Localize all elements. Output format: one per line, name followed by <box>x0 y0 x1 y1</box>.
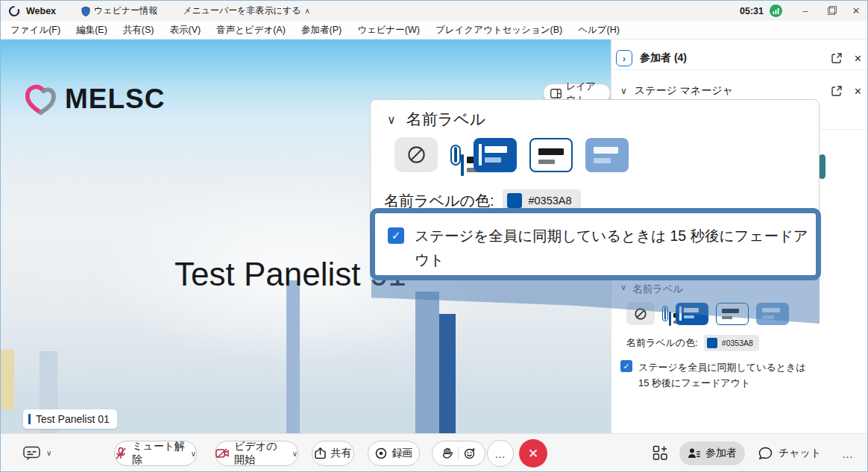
speaking-indicator <box>819 154 825 179</box>
menu-help[interactable]: ヘルプ(H) <box>578 24 620 37</box>
menu-audio-video[interactable]: 音声とビデオ(A) <box>216 24 286 37</box>
melsc-heart-icon <box>23 83 57 116</box>
divider <box>458 447 459 460</box>
melsc-logo-text: MELSC <box>65 84 166 115</box>
label-color-caption: 名前ラベルの色: <box>626 336 698 350</box>
connection-quality-icon[interactable] <box>770 4 782 17</box>
menu-file[interactable]: ファイル(F) <box>10 24 60 37</box>
shield-icon <box>81 6 90 16</box>
minimize-button[interactable]: – <box>793 1 818 21</box>
participants-panel-title: 参加者 (4) <box>640 51 687 65</box>
more-icon: … <box>494 447 506 460</box>
toolbar-overflow-button[interactable]: … <box>842 447 854 460</box>
label-style-selected-button[interactable] <box>450 145 461 166</box>
menu-bar: ファイル(F) 編集(E) 共有(S) 表示(V) 音声とビデオ(A) 参加者(… <box>1 21 868 40</box>
participants-panel-header: › 参加者 (4) ✕ <box>611 44 868 72</box>
menu-breakout[interactable]: ブレイクアウトセッション(B) <box>435 24 562 37</box>
popout-icon[interactable] <box>831 86 842 96</box>
color-value: #0353A8 <box>722 339 753 347</box>
reaction-smiley-icon <box>464 447 476 459</box>
share-button[interactable]: 共有 <box>312 441 354 466</box>
chevron-right-icon[interactable]: › <box>616 50 632 66</box>
color-swatch <box>507 193 522 208</box>
leave-meeting-button[interactable]: ✕ <box>519 439 547 468</box>
captions-button[interactable]: ∨ <box>23 446 51 460</box>
city-tower <box>415 292 439 433</box>
layout-icon <box>550 89 562 98</box>
color-swatch <box>707 338 717 348</box>
checkbox-checked-icon[interactable]: ✓ <box>620 360 632 372</box>
record-icon <box>375 447 387 459</box>
speaker-name-tag: Test Panelist 01 <box>23 409 117 429</box>
label-style-translucent-button[interactable] <box>585 138 629 172</box>
camera-off-icon <box>216 448 229 459</box>
label-style-light-leftbar <box>454 147 457 163</box>
prohibition-icon <box>406 145 427 165</box>
label-color-picker[interactable]: #0353A8 <box>704 335 759 351</box>
meeting-timer: 05:31 <box>740 6 764 16</box>
popout-icon[interactable] <box>831 53 842 63</box>
fadeout-option-text: ステージを全員に同期しているときは 15 秒後にフェードアウト <box>415 224 810 271</box>
popup-label-style-options <box>394 137 629 172</box>
color-value: #0353A8 <box>528 195 571 207</box>
chevron-down-icon: ∨ <box>191 450 196 458</box>
restore-button[interactable] <box>818 1 843 21</box>
chevron-up-icon: ∧ <box>304 7 309 15</box>
checkbox-checked-icon[interactable]: ✓ <box>388 227 404 244</box>
menu-view[interactable]: 表示(V) <box>169 24 201 37</box>
chat-panel-button[interactable]: チャット <box>758 447 821 460</box>
city-tower <box>1 350 14 409</box>
melsc-logo: MELSC <box>23 83 166 116</box>
start-video-button[interactable]: ビデオの開始 ∨ <box>215 441 298 466</box>
close-panel-icon[interactable]: ✕ <box>854 86 862 97</box>
webex-logo-icon <box>8 5 20 17</box>
apps-button[interactable] <box>652 445 668 461</box>
webinar-info-button[interactable]: ウェビナー情報 <box>81 4 157 17</box>
menu-edit[interactable]: 編集(E) <box>76 24 107 37</box>
fadeout-highlight-callout: ✓ ステージを全員に同期しているときは 15 秒後にフェードアウト <box>370 208 821 280</box>
close-icon: ✕ <box>528 446 538 462</box>
chevron-down-icon[interactable]: ∨ <box>620 86 627 96</box>
label-style-light-button[interactable] <box>529 138 573 172</box>
city-tower <box>439 314 456 433</box>
unmute-button[interactable]: ミュート解除 ∨ <box>114 441 197 466</box>
raise-hand-icon <box>442 447 453 460</box>
city-tower <box>286 280 300 433</box>
title-bar: Webex ウェビナー情報 メニューバーを非表示にする ∧ 05:31 – ✕ <box>1 1 868 21</box>
close-panel-icon[interactable]: ✕ <box>854 53 862 64</box>
chevron-down-icon: ∨ <box>46 449 51 457</box>
panel-divider <box>611 69 868 70</box>
close-button[interactable]: ✕ <box>843 1 868 21</box>
fadeout-option-row[interactable]: ✓ ステージを全員に同期しているときは 15 秒後にフェードアウト <box>620 359 806 391</box>
chat-icon <box>758 447 773 460</box>
menu-share[interactable]: 共有(S) <box>123 24 154 37</box>
app-title: Webex <box>26 6 56 16</box>
stage-manager-title: ステージ マネージャ <box>635 84 733 98</box>
record-button[interactable]: 録画 <box>368 441 420 466</box>
more-options-button[interactable]: … <box>487 440 514 467</box>
reactions-button[interactable] <box>432 441 485 466</box>
label-style-blue-button[interactable] <box>474 138 517 172</box>
chevron-down-icon: ∨ <box>292 450 298 458</box>
label-style-none-button[interactable] <box>394 137 438 172</box>
participants-panel-button[interactable]: 参加者 <box>679 441 745 465</box>
menu-webinar[interactable]: ウェビナー(W) <box>357 24 420 37</box>
popup-name-label-header: 名前ラベル <box>406 109 485 130</box>
hide-menubar-button[interactable]: メニューバーを非表示にする ∧ <box>183 4 310 17</box>
name-tag-accent-bar <box>28 414 31 424</box>
webex-window: Webex ウェビナー情報 メニューバーを非表示にする ∧ 05:31 – ✕ <box>0 0 868 472</box>
participants-icon <box>688 447 700 459</box>
share-icon <box>315 447 326 459</box>
chevron-down-icon[interactable]: ∨ <box>387 113 396 127</box>
menu-participants[interactable]: 参加者(P) <box>301 24 342 37</box>
mic-muted-icon <box>115 447 127 460</box>
